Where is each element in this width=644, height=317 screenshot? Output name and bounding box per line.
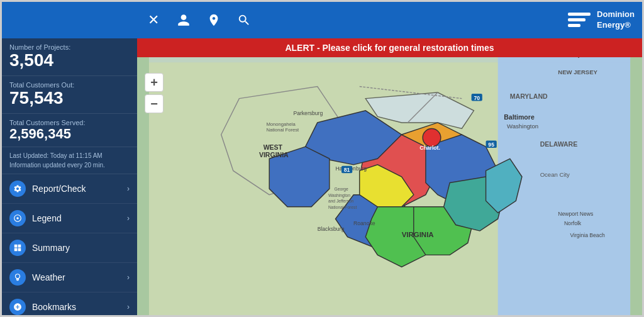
svg-text:Blacksburg: Blacksburg: [318, 226, 345, 232]
svg-text:MARYLAND: MARYLAND: [510, 92, 548, 100]
svg-text:Monongahela: Monongahela: [266, 121, 296, 127]
weather-chevron: ›: [127, 273, 130, 282]
legend-chevron: ›: [127, 214, 130, 223]
summary-icon: [9, 240, 26, 256]
main-area: Number of Projects: 3,504 Total Customer…: [2, 38, 642, 315]
legend-icon: [9, 210, 26, 226]
svg-text:National Forest: National Forest: [328, 205, 357, 209]
svg-text:VIRGINIA: VIRGINIA: [259, 151, 289, 158]
svg-text:VIRGINIA: VIRGINIA: [402, 231, 434, 238]
svg-text:70: 70: [474, 95, 480, 101]
svg-text:Parkersburg: Parkersburg: [293, 110, 323, 116]
report-check-chevron: ›: [127, 184, 130, 193]
legend-label: Legend: [32, 213, 121, 223]
svg-point-19: [423, 128, 441, 147]
bookmarks-chevron: ›: [127, 303, 130, 311]
customers-out-label: Total Customers Out:: [9, 81, 130, 89]
sidebar: Number of Projects: 3,504 Total Customer…: [2, 38, 137, 315]
toolbar: ✕: [142, 8, 256, 32]
app-container: ✕: [0, 0, 644, 317]
weather-icon: [9, 269, 26, 286]
svg-rect-0: [568, 13, 591, 16]
svg-text:95: 95: [488, 142, 494, 148]
svg-rect-2: [568, 24, 580, 27]
logo-icon: [567, 8, 592, 33]
sidebar-item-bookmarks[interactable]: Bookmarks ›: [2, 292, 137, 315]
stat-customers-served: Total Customers Served: 2,596,345: [2, 114, 137, 147]
svg-rect-1: [568, 18, 586, 21]
svg-text:Virginia Beach: Virginia Beach: [570, 232, 604, 238]
bookmarks-icon: [9, 299, 26, 315]
search-button[interactable]: [232, 8, 256, 32]
svg-text:Newport News: Newport News: [558, 211, 593, 217]
close-button[interactable]: ✕: [142, 8, 165, 32]
zoom-in-button[interactable]: +: [145, 73, 164, 92]
svg-text:DELAWARE: DELAWARE: [540, 140, 578, 148]
zoom-controls: + −: [145, 73, 164, 113]
svg-text:Roanoke: Roanoke: [353, 220, 375, 226]
customers-served-value: 2,596,345: [9, 126, 130, 142]
svg-text:Washington: Washington: [328, 193, 350, 198]
svg-text:Norfolk: Norfolk: [564, 220, 582, 226]
report-check-label: Report/Check: [32, 184, 121, 194]
svg-text:National Forest: National Forest: [266, 127, 299, 133]
svg-text:Baltimore: Baltimore: [504, 113, 535, 121]
last-updated: Last Updated: Today at 11:15 AM Informat…: [2, 147, 137, 174]
alert-bar[interactable]: ALERT - Please click for general restora…: [137, 38, 642, 57]
svg-text:Ocean City: Ocean City: [540, 171, 570, 178]
location-button[interactable]: [202, 8, 226, 32]
sidebar-item-legend[interactable]: Legend ›: [2, 204, 137, 233]
sidebar-item-report-check[interactable]: Report/Check ›: [2, 174, 137, 204]
map-svg: WEST VIRGINIA VIRGINIA MARYLAND DELAWARE…: [137, 38, 642, 315]
projects-value: 3,504: [9, 51, 130, 70]
logo: Dominion Energy®: [567, 8, 635, 33]
stat-customers-out: Total Customers Out: 75,543: [2, 76, 137, 114]
map-container[interactable]: ALERT - Please click for general restora…: [137, 38, 642, 315]
svg-text:Charlot.: Charlot.: [419, 145, 440, 151]
stat-projects: Number of Projects: 3,504: [2, 38, 137, 76]
logo-text: Dominion Energy®: [597, 9, 635, 31]
sidebar-item-weather[interactable]: Weather ›: [2, 263, 137, 292]
zoom-out-button[interactable]: −: [145, 94, 164, 113]
svg-text:George: George: [335, 187, 349, 192]
svg-text:and Jefferson: and Jefferson: [328, 199, 354, 203]
customers-out-value: 75,543: [9, 89, 130, 108]
svg-text:WEST: WEST: [264, 143, 283, 151]
sidebar-item-summary[interactable]: Summary: [2, 233, 137, 263]
svg-text:NEW JERSEY: NEW JERSEY: [558, 69, 597, 75]
summary-label: Summary: [32, 243, 130, 253]
weather-label: Weather: [32, 272, 121, 282]
header: ✕: [2, 2, 642, 38]
svg-text:81: 81: [344, 167, 350, 173]
customers-served-label: Total Customers Served:: [9, 119, 130, 126]
person-button[interactable]: [172, 8, 196, 32]
bookmarks-label: Bookmarks: [32, 302, 121, 312]
svg-point-3: [16, 217, 19, 220]
report-check-icon: [9, 181, 26, 197]
svg-text:Washington: Washington: [507, 123, 538, 130]
